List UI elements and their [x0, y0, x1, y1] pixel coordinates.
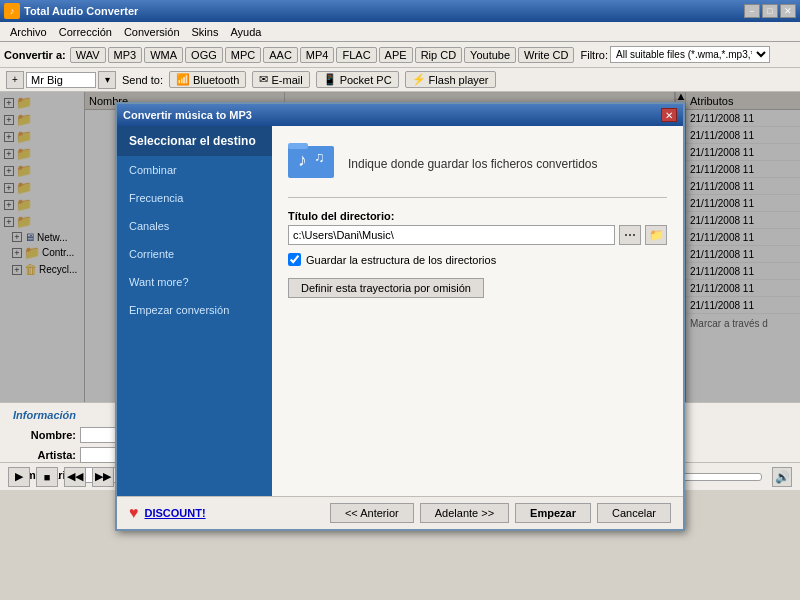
restore-button[interactable]: □ — [762, 4, 778, 18]
informacion-label: Información — [6, 409, 76, 421]
minimize-button[interactable]: − — [744, 4, 760, 18]
nombre-label: Nombre: — [6, 429, 76, 441]
path-browse-button1[interactable]: ⋯ — [619, 225, 641, 245]
dialog-header: ♪ ♫ Indique donde guardar los ficheros c… — [288, 138, 667, 198]
sidebar-item-empezar[interactable]: Empezar conversión — [117, 296, 272, 324]
play-button[interactable]: ▶ — [8, 467, 30, 487]
dialog-description: Indique donde guardar los ficheros conve… — [348, 157, 598, 171]
sidebar-item-wantmore[interactable]: Want more? — [117, 268, 272, 296]
format-mpc[interactable]: MPC — [225, 47, 261, 63]
folder-name: Mr Big — [26, 72, 96, 88]
nav-up-button[interactable]: + — [6, 71, 24, 89]
artista-label: Artista: — [6, 449, 76, 461]
set-path-button[interactable]: Definir esta trayectoria por omisión — [288, 278, 484, 298]
sendto-label: Send to: — [122, 74, 163, 86]
sendto-flashplayer[interactable]: ⚡ Flash player — [405, 71, 496, 88]
format-writecd[interactable]: Write CD — [518, 47, 574, 63]
next-button[interactable]: ▶▶ — [92, 467, 114, 487]
sidebar-item-canales[interactable]: Canales — [117, 212, 272, 240]
dialog-overlay: Convertir música to MP3 ✕ Seleccionar el… — [0, 92, 800, 402]
bluetooth-icon: 📶 — [176, 73, 190, 86]
app-title: Total Audio Converter — [24, 5, 744, 17]
titlebar: ♪ Total Audio Converter − □ ✕ — [0, 0, 800, 22]
flash-icon: ⚡ — [412, 73, 426, 86]
format-ogg[interactable]: OGG — [185, 47, 223, 63]
format-wma[interactable]: WMA — [144, 47, 183, 63]
svg-rect-1 — [288, 143, 308, 149]
menubar: Archivo Corrección Conversión Skins Ayud… — [0, 22, 800, 42]
format-ape[interactable]: APE — [379, 47, 413, 63]
format-ripcd[interactable]: Rip CD — [415, 47, 462, 63]
path-field-label: Título del directorio: — [288, 210, 667, 222]
dialog-body: Seleccionar el destino Combinar Frecuenc… — [117, 126, 683, 496]
sendto-bar: + Mr Big ▾ Send to: 📶 Bluetooth ✉ E-mail… — [0, 68, 800, 92]
menu-correccion[interactable]: Corrección — [53, 24, 118, 40]
dialog-close-button[interactable]: ✕ — [661, 108, 677, 122]
checkbox-label: Guardar la estructura de los directorios — [306, 254, 496, 266]
format-youtube[interactable]: Youtube — [464, 47, 516, 63]
path-row: ⋯ 📁 — [288, 225, 667, 245]
dialog-title: Convertir música to MP3 — [123, 109, 661, 121]
menu-archivo[interactable]: Archivo — [4, 24, 53, 40]
path-browse-button2[interactable]: 📁 — [645, 225, 667, 245]
format-mp3[interactable]: MP3 — [108, 47, 143, 63]
preserve-structure-checkbox[interactable] — [288, 253, 301, 266]
back-button[interactable]: << Anterior — [330, 503, 414, 523]
dialog-content: ♪ ♫ Indique donde guardar los ficheros c… — [272, 126, 683, 496]
dialog-footer: ♥ DISCOUNT! << Anterior Adelante >> Empe… — [117, 496, 683, 529]
dialog-titlebar: Convertir música to MP3 ✕ — [117, 104, 683, 126]
main-area: + 📁 + 📁 + 📁 + 📁 + 📁 + 📁 + 📁 + 📁 — [0, 92, 800, 402]
next-button[interactable]: Adelante >> — [420, 503, 509, 523]
window-controls: − □ ✕ — [744, 4, 796, 18]
music-folder-icon: ♪ ♫ — [288, 138, 338, 189]
menu-ayuda[interactable]: Ayuda — [224, 24, 267, 40]
format-flac[interactable]: FLAC — [336, 47, 376, 63]
filter-select[interactable]: All suitable files (*.wma,*.mp3,*.wav — [610, 46, 770, 63]
cancel-button[interactable]: Cancelar — [597, 503, 671, 523]
app-icon: ♪ — [4, 3, 20, 19]
dialog-sidebar: Seleccionar el destino Combinar Frecuenc… — [117, 126, 272, 496]
sidebar-item-frecuencia[interactable]: Frecuencia — [117, 184, 272, 212]
sendto-email[interactable]: ✉ E-mail — [252, 71, 309, 88]
svg-rect-0 — [288, 146, 334, 178]
path-input[interactable] — [288, 225, 615, 245]
convert-dialog: Convertir música to MP3 ✕ Seleccionar el… — [115, 102, 685, 531]
menu-conversion[interactable]: Conversión — [118, 24, 186, 40]
sendto-bluetooth[interactable]: 📶 Bluetooth — [169, 71, 246, 88]
svg-text:♪: ♪ — [298, 150, 307, 170]
menu-skins[interactable]: Skins — [186, 24, 225, 40]
email-icon: ✉ — [259, 73, 268, 86]
pocketpc-icon: 📱 — [323, 73, 337, 86]
sidebar-item-corriente[interactable]: Corriente — [117, 240, 272, 268]
format-wav[interactable]: WAV — [70, 47, 106, 63]
discount-link[interactable]: DISCOUNT! — [145, 507, 206, 519]
close-button[interactable]: ✕ — [780, 4, 796, 18]
nav-expand-button[interactable]: ▾ — [98, 71, 116, 89]
sendto-pocketpc[interactable]: 📱 Pocket PC — [316, 71, 399, 88]
volume-button[interactable]: 🔊 — [772, 467, 792, 487]
stop-button[interactable]: ■ — [36, 467, 58, 487]
checkbox-row: Guardar la estructura de los directorios — [288, 253, 667, 266]
format-aac[interactable]: AAC — [263, 47, 298, 63]
svg-text:♫: ♫ — [314, 149, 325, 165]
format-toolbar: Convertir a: WAV MP3 WMA OGG MPC AAC MP4… — [0, 42, 800, 68]
filter-label: Filtro: — [580, 49, 608, 61]
prev-button[interactable]: ◀◀ — [64, 467, 86, 487]
format-mp4[interactable]: MP4 — [300, 47, 335, 63]
folder-nav: + Mr Big ▾ — [6, 71, 116, 89]
heart-icon: ♥ — [129, 504, 139, 522]
start-button[interactable]: Empezar — [515, 503, 591, 523]
sidebar-item-combinar[interactable]: Combinar — [117, 156, 272, 184]
sidebar-item-destino[interactable]: Seleccionar el destino — [117, 126, 272, 156]
convert-label: Convertir a: — [4, 49, 66, 61]
